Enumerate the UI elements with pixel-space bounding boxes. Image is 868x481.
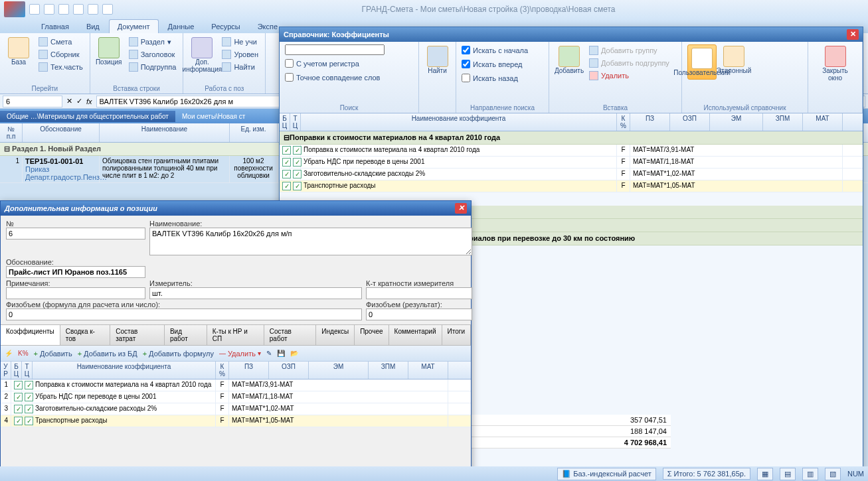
close-icon[interactable]: ✕: [847, 29, 859, 40]
ptab-sostav[interactable]: Состав затрат: [110, 325, 165, 345]
ptab-indexy[interactable]: Индексы: [316, 325, 355, 345]
p-delete-button[interactable]: — Удалить ▾: [219, 350, 261, 358]
obos-input[interactable]: [6, 266, 145, 278]
neuchit-button[interactable]: Не учи: [219, 36, 261, 48]
view-icon[interactable]: ▧: [825, 468, 841, 480]
accept-icon[interactable]: ✓: [76, 97, 82, 105]
ptab-koef[interactable]: Коэффициенты: [1, 325, 60, 345]
undo-icon[interactable]: [44, 4, 54, 15]
ptab-comment[interactable]: Комментарий: [389, 325, 442, 345]
fizr-input[interactable]: [366, 309, 472, 320]
no-input[interactable]: [6, 228, 145, 240]
ref-row[interactable]: ✓✓Заготовительно-складские расходы 2%FМА…: [280, 169, 863, 180]
podgruppa-button[interactable]: Подгруппа: [126, 61, 179, 73]
chk-register[interactable]: [285, 59, 294, 68]
status-bar: 📘 Баз.-индексный расчет Σ Итого: 5 762 3…: [0, 466, 868, 481]
popup-row[interactable]: 2✓✓Убрать НДС при переводе в цены 2001FМ…: [1, 391, 471, 403]
col-ed: Ед. изм.: [230, 123, 278, 142]
popup-row[interactable]: 4✓✓Транспортные расходыFМАТ=МАТ*1,05-МАТ: [1, 415, 471, 427]
chk-search-back[interactable]: [462, 74, 470, 82]
zagolovok-button[interactable]: Заголовок: [126, 48, 179, 60]
tehchast-button[interactable]: Тех.часть: [36, 61, 86, 73]
chk-search-fwd[interactable]: [462, 60, 470, 68]
find-button[interactable]: Найти: [219, 61, 261, 73]
ref-close-button[interactable]: Закрыть окно: [821, 44, 850, 83]
tool-icon[interactable]: [102, 4, 113, 15]
cell-ref-input[interactable]: [3, 96, 62, 107]
popup-row[interactable]: 3✓✓Заготовительно-складские расходы 2%FМ…: [1, 403, 471, 415]
status-total[interactable]: Σ Итого: 5 762 381,65р.: [663, 468, 750, 480]
p-add-button[interactable]: +Добавить: [34, 350, 72, 358]
ref-row[interactable]: ✓✓Поправка к стоимости материала на 4 кв…: [280, 145, 863, 157]
find-icon[interactable]: [88, 4, 98, 15]
redo-icon[interactable]: [58, 4, 69, 15]
group-label-insert: Вставка строки: [94, 84, 179, 92]
fx-icon[interactable]: fx: [86, 98, 92, 105]
chk-exact[interactable]: [285, 73, 294, 82]
ref-row[interactable]: ✓✓Убрать НДС при переводе в цены 2001FМА…: [280, 157, 863, 169]
lightning-icon[interactable]: ⚡: [5, 350, 13, 357]
p-edit-icon[interactable]: ✎: [266, 350, 272, 357]
razdel-button[interactable]: Раздел ▾: [126, 36, 179, 48]
popup-row[interactable]: 1✓✓Поправка к стоимости материала на 4 к…: [1, 379, 471, 391]
sbornik-button[interactable]: Сборник: [36, 48, 86, 60]
ref-section-1[interactable]: ⊟ Поправки к стоимости материалов на 4 к…: [280, 131, 863, 145]
popup-title: Дополнительная информация о позиции: [5, 204, 157, 212]
position-button[interactable]: Позиция: [94, 36, 124, 67]
dopinfo-button[interactable]: Доп. информация: [187, 36, 217, 74]
cancel-icon[interactable]: ✕: [66, 97, 72, 105]
col-naim: Наименование: [100, 123, 230, 142]
summary-row: 188 147,04: [472, 426, 671, 437]
smeta-button[interactable]: Смета: [36, 36, 86, 48]
ptab-vidrabot[interactable]: Вид работ: [165, 325, 207, 345]
p-open-icon[interactable]: 📂: [290, 350, 298, 357]
ptab-sostavrabot[interactable]: Состав работ: [264, 325, 317, 345]
view-icon[interactable]: ▥: [802, 468, 818, 480]
close-icon[interactable]: ✕: [455, 203, 467, 214]
chk-search-start[interactable]: [462, 46, 470, 54]
position-info-dialog: Дополнительная информация о позиции ✕ № …: [0, 200, 472, 479]
doc-tab-mysmeta[interactable]: Мои сметы\Новая ст: [175, 111, 252, 122]
kpercent-icon[interactable]: K%: [18, 350, 29, 357]
naim-input[interactable]: ВАЛТЕК VT396 Калибр 16х20х26 для м/п: [149, 228, 472, 255]
ref-titlebar[interactable]: Справочник: Коэффициенты ✕: [280, 27, 863, 42]
fizf-input[interactable]: [6, 309, 362, 320]
popup-grid-header: У Р Б Ц Т Ц Наименование коэффициента К …: [1, 362, 471, 379]
tab-document[interactable]: Документ: [109, 19, 159, 33]
ref-etalon-catalog-button[interactable]: Эталонный: [719, 44, 748, 76]
uroven-button[interactable]: Уровен: [219, 48, 261, 60]
ref-grid-header: Б Ц Т Ц Наименование коэффициента К % ПЗ…: [280, 113, 863, 131]
tab-view[interactable]: Вид: [78, 20, 108, 33]
ref-delete-button[interactable]: Удалить: [586, 70, 672, 82]
ptab-ktynr[interactable]: К-ты к НР и СП: [207, 325, 264, 345]
view-icon[interactable]: ▦: [757, 468, 773, 480]
group-label-goto: Перейти: [4, 84, 86, 92]
tab-data[interactable]: Данные: [160, 20, 203, 33]
tab-main[interactable]: Главная: [33, 20, 77, 33]
popup-titlebar[interactable]: Дополнительная информация о позиции ✕: [1, 201, 471, 216]
ptab-svodka[interactable]: Сводка к-тов: [60, 325, 111, 345]
status-num: NUM: [847, 470, 864, 478]
copy-icon[interactable]: [73, 4, 84, 15]
status-calc[interactable]: 📘 Баз.-индексный расчет: [557, 468, 656, 480]
base-button[interactable]: База: [4, 36, 33, 67]
app-logo: [4, 1, 25, 17]
doc-tab-materials[interactable]: Общие …\Материалы для общестроительных р…: [0, 111, 175, 122]
ptab-prochee[interactable]: Прочее: [355, 325, 389, 345]
ptab-itogi[interactable]: Итоги: [442, 325, 471, 345]
view-icon[interactable]: ▤: [780, 468, 796, 480]
prim-input[interactable]: [6, 287, 145, 299]
ref-row[interactable]: ✓✓Транспортные расходыFМАТ=МАТ*1,05-МАТ: [280, 180, 863, 192]
izm-input[interactable]: [149, 287, 362, 299]
ref-search-input[interactable]: [285, 44, 385, 55]
save-icon[interactable]: [29, 4, 40, 15]
kt-input[interactable]: [366, 287, 472, 299]
p-addformula-button[interactable]: +Добавить формулу: [143, 350, 214, 358]
p-save-icon[interactable]: 💾: [277, 350, 285, 357]
summary-block: 357 047,51 188 147,04 4 702 968,41: [472, 415, 671, 448]
ref-user-catalog-button[interactable]: Пользовательский: [687, 44, 717, 80]
tab-resources[interactable]: Ресурсы: [203, 20, 248, 33]
p-addbd-button[interactable]: +Добавить из БД: [78, 350, 137, 358]
ref-find-button[interactable]: Найти: [424, 44, 450, 76]
ref-add-button[interactable]: Добавить: [555, 44, 584, 76]
